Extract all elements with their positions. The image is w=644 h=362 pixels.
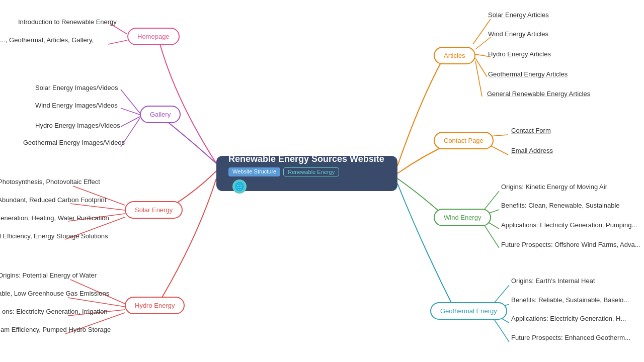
wind-leaf-4: Future Prospects: Offshore Wind Farms, A… [497,239,644,250]
center-tags: Website Structure Renewable Energy [228,167,339,176]
contact-leaf-email: Email Address [507,145,557,156]
tag-website-structure: Website Structure [228,167,280,176]
solar-leaf-4: ...: ll Efficiency, Energy Storage Solut… [0,230,112,242]
contact-leaf-form: Contact Form [507,125,555,136]
hydro-leaf-3: ...: ons: Electricity Generation, Irriga… [0,306,112,317]
geothermal-leaf-3: Applications: Electricity Generation, H.… [507,313,630,324]
wind-leaf-1: Origins: Kinetic Energy of Moving Air [497,181,611,193]
hydro-leaf-4: ...: am Efficiency, Pumped Hydro Storage [0,324,115,335]
svg-line-1 [108,40,127,44]
hydro-leaf-1: Origins: Potential Energy of Water [0,269,101,281]
solar-label: Solar Energy [135,206,173,214]
wind-label: Wind Energy [444,214,481,221]
mindmap-canvas: Renewable Energy Sources Website Website… [0,0,644,362]
hydro-energy-node[interactable]: Hydro Energy [125,297,185,314]
articles-leaf-solar: Solar Energy Articles [484,9,553,21]
wind-energy-node[interactable]: Wind Energy [434,209,491,226]
wind-leaf-3: Applications: Electricity Generation, Pu… [497,219,641,231]
gallery-node[interactable]: Gallery [140,106,181,123]
geothermal-leaf-2: Benefits: Reliable, Sustainable, Baselo.… [507,294,633,306]
homepage-leaf-1: Introduction to Renewable Energy [14,16,121,28]
articles-node[interactable]: Articles [434,47,475,64]
svg-line-3 [121,108,140,115]
articles-leaf-geothermal: Geothermal Energy Articles [484,68,572,80]
gallery-leaf-hydro: Hydro Energy Images/Videos [31,120,124,131]
solar-energy-node[interactable]: Solar Energy [125,201,183,219]
homepage-leaf-2: ..., Geothermal, Articles, Gallery, [0,34,98,46]
geothermal-label: Geothermal Energy [440,307,497,315]
tag-renewable-energy: Renewable Energy [283,167,339,176]
svg-line-18 [475,61,482,97]
contact-page-node[interactable]: Contact Page [434,132,494,149]
homepage-label: Homepage [137,33,170,40]
gallery-leaf-solar: Solar Energy Images/Videos [31,82,122,94]
gallery-label: Gallery [150,111,171,118]
wind-leaf-2: Benefits: Clean, Renewable, Sustainable [497,200,624,211]
gallery-leaf-wind: Wind Energy Images/Videos [31,100,122,111]
solar-leaf-2: ...: Abundant, Reduced Carbon Footprint [0,194,110,206]
articles-leaf-hydro: Hydro Energy Articles [484,48,555,60]
solar-leaf-1: ...: Photosynthesis, Photovoltaic Effect [0,176,104,188]
geothermal-leaf-4: Future Prospects: Enhanced Geotherm... [507,332,634,343]
homepage-node[interactable]: Homepage [127,28,180,45]
svg-line-2 [121,89,140,113]
svg-line-25 [493,285,509,304]
articles-leaf-general: General Renewable Energy Articles [483,88,594,100]
solar-leaf-3: ...: Generation, Heating, Water Purifica… [0,212,113,224]
articles-leaf-wind: Wind Energy Articles [484,28,552,40]
hydro-label: Hydro Energy [135,302,175,309]
globe-icon: 🌐 [232,179,247,194]
hydro-leaf-2: ...: able, Low Greenhouse Gas Emissions [0,288,113,299]
center-node[interactable]: Renewable Energy Sources Website Website… [216,156,397,191]
geothermal-energy-node[interactable]: Geothermal Energy [430,302,507,320]
articles-label: Articles [444,52,465,59]
geothermal-leaf-1: Origins: Earth's Internal Heat [507,275,599,287]
contact-label: Contact Page [444,137,484,144]
center-title: Renewable Energy Sources Website [228,154,384,164]
gallery-leaf-geothermal: Geothermal Energy Images/Videos [19,137,129,148]
svg-line-21 [483,191,499,211]
